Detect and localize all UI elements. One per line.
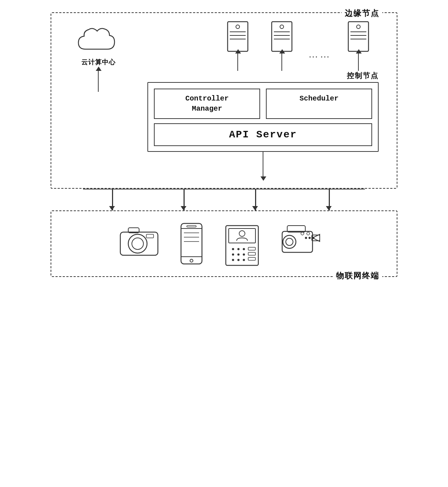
svg-point-34 (232, 253, 234, 256)
servers-row: …… (225, 20, 386, 71)
cloud-icon (75, 24, 122, 56)
svg-point-39 (243, 259, 245, 261)
svg-rect-0 (228, 22, 248, 51)
svg-rect-40 (248, 247, 255, 250)
cloud-arrow-up (98, 70, 99, 92)
api-arrow-down-wrapper (147, 152, 379, 177)
api-arrow-down-area (134, 152, 386, 177)
svg-point-52 (312, 237, 314, 239)
h-line (83, 189, 365, 190)
svg-rect-10 (348, 22, 369, 51)
h-connector-row (83, 189, 365, 210)
arrowhead-1 (109, 206, 115, 210)
svg-point-24 (190, 259, 193, 262)
video-phone-icon (222, 222, 262, 265)
svg-rect-19 (146, 234, 154, 238)
arrow-up-1 (237, 53, 238, 71)
svg-point-31 (232, 248, 234, 250)
svg-rect-43 (282, 231, 313, 252)
edge-nodes-section: 边缘节点 云计算中心 (51, 12, 397, 189)
svg-rect-20 (181, 223, 202, 264)
svg-point-35 (237, 253, 240, 256)
phone-device (179, 222, 204, 265)
svg-point-49 (307, 232, 310, 235)
svg-point-17 (132, 238, 143, 249)
controller-manager-box: ControllerManager (154, 89, 260, 119)
svg-point-37 (232, 259, 234, 261)
camcorder-icon (280, 222, 331, 258)
arrowhead-3 (252, 206, 258, 210)
api-server-box: API Server (154, 123, 372, 146)
svg-point-48 (301, 232, 304, 235)
svg-point-16 (128, 234, 147, 253)
svg-rect-28 (226, 226, 258, 265)
arrowhead-4 (326, 206, 332, 210)
svg-rect-23 (187, 226, 196, 227)
svg-point-11 (357, 25, 360, 29)
branching-connector (51, 189, 397, 210)
server-node-1 (225, 20, 251, 71)
video-phone-device (222, 222, 262, 265)
iot-devices-row (62, 222, 386, 265)
phone-icon (179, 222, 204, 265)
svg-rect-15 (120, 232, 158, 255)
svg-point-51 (309, 237, 311, 239)
camera-device (117, 222, 161, 258)
server-icon-3 (345, 20, 371, 53)
camera-icon (117, 222, 161, 258)
dots-label: …… (302, 38, 338, 71)
svg-point-36 (243, 253, 245, 256)
scheduler-box: Scheduler (266, 89, 372, 119)
server-icon-1 (225, 20, 251, 53)
svg-point-30 (239, 231, 245, 236)
edge-nodes-label: 边缘节点 (342, 8, 382, 19)
svg-point-38 (237, 259, 240, 261)
main-diagram: 边缘节点 云计算中心 (25, 12, 423, 475)
svg-rect-41 (248, 252, 255, 255)
svg-point-44 (283, 235, 296, 248)
iot-terminals-label: 物联网终端 (333, 270, 382, 281)
control-node-area: ControllerManager Scheduler API Server (134, 82, 386, 152)
server-node-2 (269, 20, 295, 71)
svg-rect-42 (248, 257, 255, 260)
svg-point-32 (237, 248, 240, 250)
server-icon-2 (269, 20, 295, 53)
control-top-row: ControllerManager Scheduler (154, 89, 372, 119)
arrow-up-3 (358, 53, 359, 71)
svg-point-45 (286, 238, 293, 245)
control-node-label: 控制节点 (134, 71, 386, 81)
svg-point-50 (305, 237, 307, 239)
arrow-up-2 (281, 53, 282, 71)
svg-point-33 (243, 248, 245, 250)
cloud-label: 云计算中心 (81, 58, 116, 67)
camcorder-device (280, 222, 331, 258)
server-node-3 (345, 20, 371, 71)
arrowhead-2 (181, 206, 186, 210)
cloud-column: 云计算中心 (62, 20, 134, 92)
control-node-box: ControllerManager Scheduler API Server (147, 82, 379, 152)
top-inner-layout: 云计算中心 (62, 20, 386, 177)
iot-section: 物联网终端 (51, 210, 397, 277)
api-arrow-down (263, 152, 263, 177)
svg-point-6 (280, 25, 284, 29)
right-col: …… (134, 20, 386, 177)
svg-point-1 (236, 25, 240, 29)
svg-rect-5 (272, 22, 292, 51)
